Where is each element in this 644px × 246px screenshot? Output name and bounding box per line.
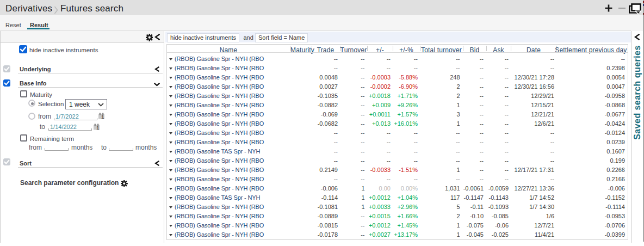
svg-text:1: 1 — [101, 114, 104, 119]
svg-text:1: 1 — [96, 125, 99, 130]
